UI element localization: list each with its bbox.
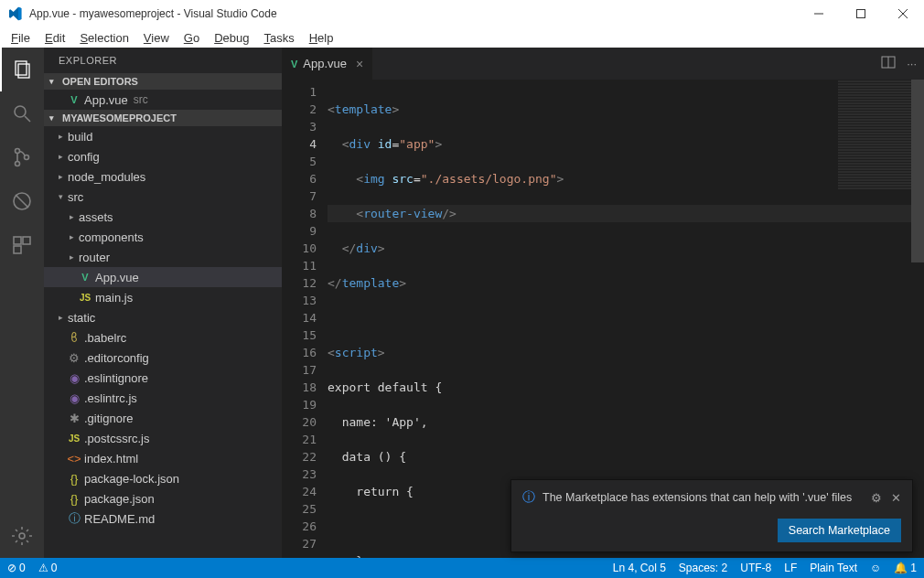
menu-view[interactable]: View xyxy=(136,29,177,47)
file-gitignore[interactable]: ✱.gitignore xyxy=(44,408,282,428)
svg-point-10 xyxy=(25,155,29,160)
svg-point-8 xyxy=(16,149,20,154)
settings-gear-icon[interactable] xyxy=(0,514,44,558)
file-indexhtml[interactable]: <>index.html xyxy=(44,448,282,468)
menu-edit[interactable]: Edit xyxy=(38,29,72,47)
status-eol[interactable]: LF xyxy=(784,562,797,574)
source-control-icon[interactable] xyxy=(0,135,44,179)
search-marketplace-button[interactable]: Search Marketplace xyxy=(778,519,901,542)
window-title: App.vue - myawesomeproject - Visual Stud… xyxy=(29,7,798,20)
split-editor-icon[interactable] xyxy=(881,55,896,72)
eslint-icon: ◉ xyxy=(66,371,82,385)
status-errors[interactable]: ⊘ 0 xyxy=(7,562,26,574)
menu-tasks[interactable]: Tasks xyxy=(256,29,301,47)
folder-components[interactable]: ▸components xyxy=(44,227,282,247)
close-button[interactable] xyxy=(882,0,924,27)
svg-point-6 xyxy=(15,106,26,117)
vue-icon: V xyxy=(66,94,82,105)
sidebar: EXPLORER ▾OPEN EDITORS V App.vue src ▾MY… xyxy=(44,48,282,558)
explorer-icon[interactable] xyxy=(0,48,44,91)
gear-icon[interactable]: ⚙ xyxy=(871,491,882,505)
file-eslintignore[interactable]: ◉.eslintignore xyxy=(44,368,282,388)
more-icon[interactable]: ··· xyxy=(907,57,917,70)
status-language[interactable]: Plain Text xyxy=(810,562,857,574)
git-icon: ✱ xyxy=(66,412,82,425)
file-editorconfig[interactable]: ⚙.editorconfig xyxy=(44,348,282,368)
file-mainjs[interactable]: JSmain.js xyxy=(44,287,282,307)
titlebar: App.vue - myawesomeproject - Visual Stud… xyxy=(0,0,924,27)
open-editor-appvue[interactable]: V App.vue src xyxy=(44,90,282,110)
menu-help[interactable]: Help xyxy=(302,29,341,47)
js-icon: JS xyxy=(66,434,82,444)
file-babelrc[interactable]: ϐ.babelrc xyxy=(44,327,282,348)
extensions-icon[interactable] xyxy=(0,223,44,267)
status-encoding[interactable]: UTF-8 xyxy=(740,562,771,574)
file-packagelock[interactable]: {}package-lock.json xyxy=(44,468,282,488)
open-editors-header[interactable]: ▾OPEN EDITORS xyxy=(44,73,282,90)
status-notifications[interactable]: 🔔 1 xyxy=(894,562,917,574)
maximize-button[interactable] xyxy=(840,0,882,27)
close-icon[interactable]: ✕ xyxy=(891,491,901,505)
project-header[interactable]: ▾MYAWESOMEPROJECT xyxy=(44,110,282,126)
file-packagejson[interactable]: {}package.json xyxy=(44,488,282,508)
sidebar-title: EXPLORER xyxy=(44,48,282,73)
debug-icon[interactable] xyxy=(0,179,44,223)
folder-src[interactable]: ▾src xyxy=(44,187,282,207)
folder-build[interactable]: ▸build xyxy=(44,126,282,146)
notification-toast: ⓘ The Marketplace has extensions that ca… xyxy=(510,479,913,552)
tab-appvue[interactable]: V App.vue × xyxy=(282,48,372,80)
minimize-button[interactable] xyxy=(798,0,840,27)
activity-bar xyxy=(0,48,44,558)
svg-line-7 xyxy=(25,116,30,122)
folder-config[interactable]: ▸config xyxy=(44,146,282,166)
vscode-logo-icon xyxy=(7,6,22,21)
menu-file[interactable]: File xyxy=(4,29,38,47)
html-icon: <> xyxy=(66,452,82,466)
folder-static[interactable]: ▸static xyxy=(44,307,282,327)
menu-selection[interactable]: Selection xyxy=(72,29,135,47)
menu-go[interactable]: Go xyxy=(177,29,207,47)
js-icon: JS xyxy=(77,293,93,303)
file-readme[interactable]: ⓘREADME.md xyxy=(44,508,282,529)
eslint-icon: ◉ xyxy=(66,391,82,405)
menubar: File Edit Selection View Go Debug Tasks … xyxy=(0,27,924,48)
info-icon: ⓘ xyxy=(522,489,535,506)
tabs: V App.vue × ··· xyxy=(282,48,924,80)
svg-point-16 xyxy=(19,533,25,539)
svg-rect-4 xyxy=(16,61,27,75)
statusbar: ⊘ 0 ⚠ 0 Ln 4, Col 5 Spaces: 2 UTF-8 LF P… xyxy=(0,558,924,578)
folder-assets[interactable]: ▸assets xyxy=(44,207,282,227)
svg-line-12 xyxy=(16,195,28,208)
file-postcssrcjs[interactable]: JS.postcssrc.js xyxy=(44,428,282,448)
json-icon: {} xyxy=(66,472,82,486)
status-warnings[interactable]: ⚠ 0 xyxy=(38,562,58,574)
status-feedback[interactable]: ☺ xyxy=(870,562,881,574)
svg-rect-14 xyxy=(23,237,30,244)
scrollbar[interactable] xyxy=(911,80,924,558)
file-appvue[interactable]: VApp.vue xyxy=(44,267,282,287)
status-lncol[interactable]: Ln 4, Col 5 xyxy=(613,562,666,574)
notification-message: The Marketplace has extensions that can … xyxy=(543,491,864,504)
menu-debug[interactable]: Debug xyxy=(207,29,256,47)
json-icon: {} xyxy=(66,492,82,506)
status-spaces[interactable]: Spaces: 2 xyxy=(679,562,727,574)
gutter: 1234567891011121314151617181920212223242… xyxy=(282,80,328,558)
svg-rect-1 xyxy=(857,10,865,18)
svg-rect-5 xyxy=(18,64,29,78)
info-icon: ⓘ xyxy=(66,510,82,527)
gear-icon: ⚙ xyxy=(66,351,82,365)
vue-icon: V xyxy=(291,59,297,70)
svg-rect-15 xyxy=(14,246,21,253)
file-eslintrcjs[interactable]: ◉.eslintrc.js xyxy=(44,388,282,408)
svg-rect-13 xyxy=(14,237,21,244)
babel-icon: ϐ xyxy=(66,331,82,345)
svg-point-9 xyxy=(16,162,20,166)
vue-icon: V xyxy=(77,272,93,283)
folder-node-modules[interactable]: ▸node_modules xyxy=(44,166,282,187)
search-icon[interactable] xyxy=(0,91,44,135)
close-icon[interactable]: × xyxy=(356,57,363,71)
folder-router[interactable]: ▸router xyxy=(44,247,282,267)
